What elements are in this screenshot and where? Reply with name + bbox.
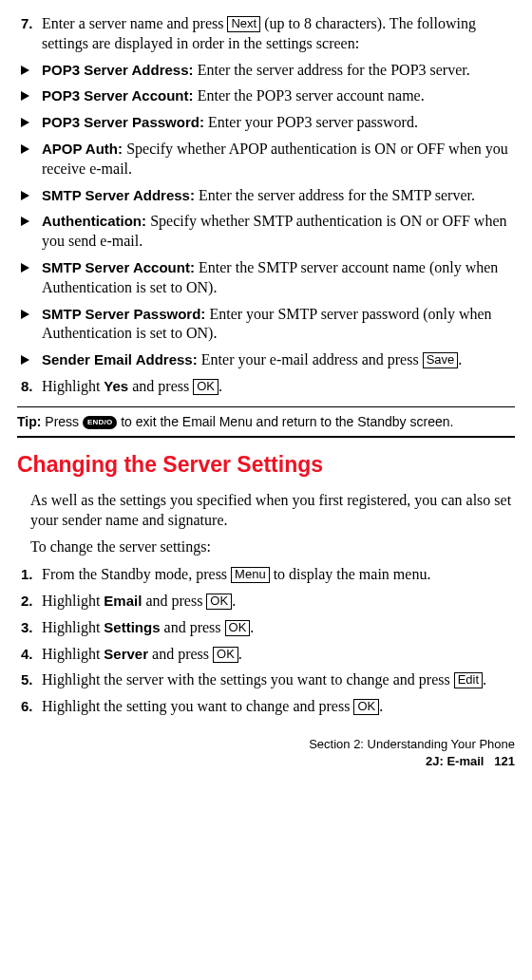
bullet-label: POP3 Server Address:	[42, 62, 198, 78]
bullet-before: Enter your e-mail address and press	[201, 351, 423, 368]
step-4-after: .	[238, 646, 242, 662]
bullet-label: POP3 Server Password:	[42, 114, 208, 130]
section-heading: Changing the Server Settings	[17, 451, 515, 480]
tip-rule-top	[17, 406, 515, 407]
menu-button: Menu	[231, 567, 270, 583]
step-7-number: 7.	[17, 14, 42, 54]
step-5-before: Highlight the server with the settings y…	[42, 671, 454, 688]
step-5-number: 5.	[17, 670, 42, 690]
bullet-label: Sender Email Address:	[42, 351, 201, 368]
step-3-mid: and press	[161, 619, 225, 635]
tip-line: Tip: Press END/O to exit the Email Menu …	[17, 411, 515, 432]
bullet-label: SMTP Server Password:	[42, 306, 209, 322]
bullet-label: SMTP Server Account:	[42, 259, 199, 275]
step-8-mid: and press	[128, 378, 193, 394]
step-1-after: to display the main menu.	[270, 566, 431, 582]
step-2-number: 2.	[17, 592, 42, 612]
bullet-pop3-account: POP3 Server Account: Enter the POP3 serv…	[17, 86, 515, 106]
ok-button: OK	[225, 620, 251, 636]
bullet-smtp-password: SMTP Server Password: Enter your SMTP se…	[17, 305, 515, 345]
next-button: Next	[227, 16, 260, 32]
step-6-after: .	[379, 698, 383, 714]
bullet-label: SMTP Server Address:	[42, 187, 199, 203]
step-7-text: Enter a server name and press Next (up t…	[42, 14, 515, 54]
bullet-apop-auth: APOP Auth: Specify whether APOP authenti…	[17, 140, 515, 179]
step-1: 1. From the Standby mode, press Menu to …	[17, 565, 515, 585]
bullet-desc: Enter the POP3 server account name.	[198, 87, 425, 104]
triangle-icon	[17, 258, 42, 298]
step-1-number: 1.	[17, 565, 42, 585]
triangle-icon	[17, 186, 42, 206]
step-8-after: .	[218, 378, 222, 394]
save-button: Save	[423, 352, 459, 368]
bullet-label: POP3 Server Account:	[42, 87, 198, 104]
triangle-icon	[17, 350, 42, 370]
bullet-label: Authentication:	[42, 213, 150, 229]
tip-before: Press	[45, 414, 83, 429]
bullet-smtp-account: SMTP Server Account: Enter the SMTP serv…	[17, 258, 515, 298]
bullet-after: .	[458, 351, 462, 368]
step-4-mid: and press	[148, 646, 213, 662]
intro-paragraph-1: As well as the settings you specified wh…	[30, 491, 515, 531]
step-7: 7. Enter a server name and press Next (u…	[17, 14, 515, 54]
tip-rule-bottom	[17, 436, 515, 438]
step-2-mid: and press	[142, 593, 206, 609]
step-2-bold: Email	[104, 593, 142, 609]
step-3-bold: Settings	[104, 619, 160, 635]
bullet-pop3-address: POP3 Server Address: Enter the server ad…	[17, 61, 515, 81]
step-6-number: 6.	[17, 697, 42, 717]
ok-button: OK	[193, 379, 218, 395]
step-3-after: .	[250, 619, 254, 635]
step-8-number: 8.	[17, 377, 42, 397]
step-8-bold: Yes	[104, 378, 128, 394]
bullet-sender-email: Sender Email Address: Enter your e-mail …	[17, 350, 515, 370]
footer-page-line: 2J: E-mail 121	[17, 753, 515, 770]
footer-section-line: Section 2: Understanding Your Phone	[17, 736, 515, 753]
footer-chapter: 2J: E-mail	[426, 754, 484, 768]
step-8-before: Highlight	[42, 378, 104, 394]
bullet-desc: Enter the server address for the SMTP se…	[199, 187, 475, 203]
step-4-before: Highlight	[42, 646, 104, 662]
step-6-before: Highlight the setting you want to change…	[42, 698, 353, 714]
step-5: 5. Highlight the server with the setting…	[17, 670, 515, 690]
bullet-smtp-address: SMTP Server Address: Enter the server ad…	[17, 186, 515, 206]
tip-after: to exit the Email Menu and return to the…	[117, 414, 453, 429]
step-6: 6. Highlight the setting you want to cha…	[17, 697, 515, 717]
step-1-before: From the Standby mode, press	[42, 566, 231, 582]
step-4: 4. Highlight Server and press OK.	[17, 645, 515, 665]
triangle-icon	[17, 140, 42, 179]
triangle-icon	[17, 212, 42, 252]
step-3-number: 3.	[17, 618, 42, 638]
step-7-before: Enter a server name and press	[42, 15, 227, 31]
page-footer: Section 2: Understanding Your Phone 2J: …	[17, 736, 515, 769]
end-key-icon: END/O	[83, 416, 117, 429]
ok-button: OK	[206, 594, 232, 610]
ok-button: OK	[353, 699, 379, 715]
bullet-desc: Enter your POP3 server password.	[208, 114, 418, 130]
step-4-number: 4.	[17, 645, 42, 665]
step-3-before: Highlight	[42, 619, 104, 635]
bullet-pop3-password: POP3 Server Password: Enter your POP3 se…	[17, 113, 515, 133]
triangle-icon	[17, 113, 42, 133]
step-2-after: .	[232, 593, 236, 609]
step-3: 3. Highlight Settings and press OK.	[17, 618, 515, 638]
step-2: 2. Highlight Email and press OK.	[17, 592, 515, 612]
footer-page-number: 121	[494, 754, 515, 768]
triangle-icon	[17, 86, 42, 106]
step-2-before: Highlight	[42, 593, 104, 609]
triangle-icon	[17, 305, 42, 345]
bullet-label: APOP Auth:	[42, 141, 126, 157]
ok-button: OK	[213, 647, 238, 663]
bullet-desc: Enter the server address for the POP3 se…	[198, 62, 470, 78]
tip-lead: Tip:	[17, 414, 45, 429]
step-8: 8. Highlight Yes and press OK.	[17, 377, 515, 397]
intro-paragraph-2: To change the server settings:	[30, 537, 515, 557]
triangle-icon	[17, 61, 42, 81]
bullet-authentication: Authentication: Specify whether SMTP aut…	[17, 212, 515, 252]
step-5-after: .	[483, 671, 486, 688]
step-4-bold: Server	[104, 646, 148, 662]
edit-button: Edit	[454, 672, 483, 688]
